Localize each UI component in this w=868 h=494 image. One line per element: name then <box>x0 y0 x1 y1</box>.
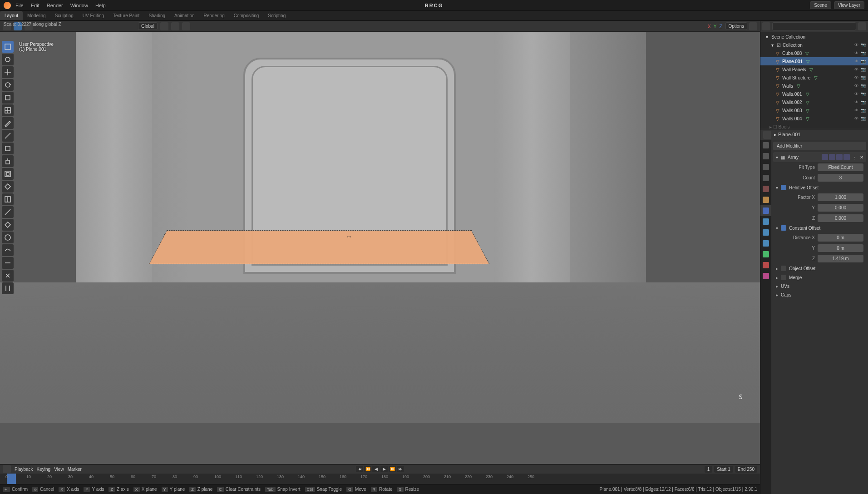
outliner-item[interactable]: ▽Walls.003▽👁📷 <box>760 106 868 114</box>
dist-y-field[interactable]: 0 m <box>818 244 863 252</box>
tool-select-box[interactable] <box>2 41 14 53</box>
current-frame-field[interactable]: 1 <box>705 466 713 473</box>
jump-end-icon[interactable]: ⏭ <box>397 466 404 472</box>
outliner-editor-icon[interactable] <box>762 22 770 30</box>
end-frame-field[interactable]: End 250 <box>735 466 757 473</box>
prop-tab-scene[interactable] <box>760 173 771 183</box>
tab-shading[interactable]: Shading <box>144 11 170 20</box>
outliner-item[interactable]: ▽Walls.002▽👁📷 <box>760 98 868 106</box>
outliner-scene-collection[interactable]: ▾ Scene Collection <box>760 33 868 41</box>
outliner-item[interactable]: ▽Wall Panels▽👁📷 <box>760 65 868 74</box>
tool-transform[interactable] <box>2 104 14 116</box>
merge-toggle[interactable]: ▸Merge <box>773 273 866 282</box>
fit-type-select[interactable]: Fixed Count <box>818 163 863 171</box>
3d-viewport[interactable]: User Perspective (1) Plane.001 S <box>0 32 760 464</box>
orientation-select[interactable]: Global <box>138 22 158 30</box>
factor-x-field[interactable]: 1.000 <box>818 193 863 201</box>
tool-spin[interactable] <box>2 232 14 243</box>
outliner-item[interactable]: ▽Cube.008▽👁📷 <box>760 49 868 57</box>
scene-selector[interactable]: Scene <box>810 1 831 9</box>
caps-panel[interactable]: ▸Caps <box>773 291 866 299</box>
tool-move[interactable] <box>2 66 14 78</box>
selected-mesh[interactable] <box>149 231 488 264</box>
tab-uv-editing[interactable]: UV Editing <box>78 11 108 20</box>
outliner-search-input[interactable] <box>772 22 856 30</box>
uvs-panel[interactable]: ▸UVs <box>773 282 866 291</box>
outliner-item[interactable]: ▽Walls.004▽👁📷 <box>760 114 868 123</box>
constant-offset-toggle[interactable]: ▾Constant Offset <box>773 223 866 232</box>
tool-cursor[interactable] <box>2 54 14 65</box>
keyframe-prev-icon[interactable]: ⏪ <box>364 466 371 472</box>
timeline-track[interactable]: 0102030405060708090100110120130140150160… <box>0 474 760 484</box>
prop-tab-output[interactable] <box>760 151 771 162</box>
tool-edge-slide[interactable] <box>2 257 14 269</box>
menu-file[interactable]: File <box>13 3 26 8</box>
tab-animation[interactable]: Animation <box>170 11 199 20</box>
modifier-menu-icon[interactable]: ⋮ <box>853 155 857 160</box>
outliner-item-hidden[interactable]: ▸ ☐ Bools <box>760 123 868 129</box>
tool-rip[interactable] <box>2 282 14 294</box>
tool-smooth[interactable] <box>2 244 14 256</box>
menu-render[interactable]: Render <box>44 3 66 8</box>
jump-start-icon[interactable]: ⏮ <box>356 466 363 472</box>
axis-gizmo[interactable]: XYZ <box>706 24 723 29</box>
tab-modeling[interactable]: Modeling <box>23 11 50 20</box>
tab-rendering[interactable]: Rendering <box>199 11 229 20</box>
prop-tab-particles[interactable] <box>760 216 771 227</box>
menu-window[interactable]: Window <box>68 3 91 8</box>
tool-measure[interactable] <box>2 130 14 142</box>
outliner-item[interactable]: ▽Wall Structure▽👁📷 <box>760 74 868 82</box>
factor-z-field[interactable]: 0.000 <box>818 214 863 222</box>
prop-tab-viewlayer[interactable] <box>760 162 771 173</box>
viewlayer-selector[interactable]: View Layer <box>834 1 864 9</box>
tab-texture-paint[interactable]: Texture Paint <box>108 11 144 20</box>
pivot-icon[interactable] <box>160 22 168 30</box>
tool-knife[interactable] <box>2 206 14 218</box>
tool-add-cube[interactable] <box>2 143 14 154</box>
tool-extrude[interactable] <box>2 155 14 167</box>
playhead[interactable] <box>7 474 16 484</box>
prop-tab-texture[interactable] <box>760 271 771 282</box>
properties-editor-icon[interactable] <box>763 131 771 139</box>
overlays-icon[interactable] <box>749 22 757 30</box>
timeline-menu-keying[interactable]: Keying <box>37 467 51 472</box>
outliner-item[interactable]: ▽Plane.001▽👁📷 <box>760 57 868 65</box>
dist-z-field[interactable]: 1.419 m <box>818 255 863 262</box>
outliner-tree[interactable]: ▾ Scene Collection ▾☑ Collection 👁📷 ▽Cub… <box>760 32 868 129</box>
tool-bevel[interactable] <box>2 181 14 193</box>
modifier-header-array[interactable]: ▾▦ Array ⋮ ✕ <box>773 152 866 162</box>
proportional-icon[interactable] <box>182 22 190 30</box>
timeline-menu-marker[interactable]: Marker <box>68 467 82 472</box>
prop-tab-modifiers[interactable] <box>760 205 771 216</box>
tab-layout[interactable]: Layout <box>0 11 23 20</box>
dist-x-field[interactable]: 0 m <box>818 234 863 242</box>
play-icon[interactable]: ▶ <box>380 466 388 472</box>
tab-scripting[interactable]: Scripting <box>263 11 290 20</box>
tool-scale[interactable] <box>2 92 14 104</box>
prop-tab-world[interactable] <box>760 183 771 194</box>
outliner-filter-icon[interactable] <box>858 22 866 30</box>
prop-tab-material[interactable] <box>760 260 771 271</box>
object-offset-toggle[interactable]: ▸Object Offset <box>773 264 866 273</box>
keyframe-next-icon[interactable]: ⏩ <box>389 466 396 472</box>
factor-y-field[interactable]: 0.000 <box>818 204 863 212</box>
prop-tab-constraints[interactable] <box>760 238 771 249</box>
timeline-menu-playback[interactable]: Playback <box>15 467 33 472</box>
menu-edit[interactable]: Edit <box>28 3 42 8</box>
count-field[interactable]: 3 <box>818 174 863 182</box>
tool-rotate[interactable] <box>2 79 14 91</box>
tool-annotate[interactable] <box>2 117 14 129</box>
tab-compositing[interactable]: Compositing <box>229 11 264 20</box>
prop-tab-mesh[interactable] <box>760 249 771 260</box>
play-reverse-icon[interactable]: ◀ <box>372 466 380 472</box>
timeline-menu-view[interactable]: View <box>54 467 64 472</box>
add-modifier-button[interactable]: Add Modifier <box>773 142 866 150</box>
start-frame-field[interactable]: Start 1 <box>714 466 733 473</box>
tool-loopcut[interactable] <box>2 193 14 205</box>
viewport-options[interactable]: Options <box>725 22 747 30</box>
relative-offset-toggle[interactable]: ▾Relative Offset <box>773 183 866 192</box>
prop-tab-render[interactable] <box>760 140 771 151</box>
snap-icon[interactable] <box>171 22 179 30</box>
tool-inset[interactable] <box>2 168 14 180</box>
timeline-editor-icon[interactable] <box>3 465 11 473</box>
